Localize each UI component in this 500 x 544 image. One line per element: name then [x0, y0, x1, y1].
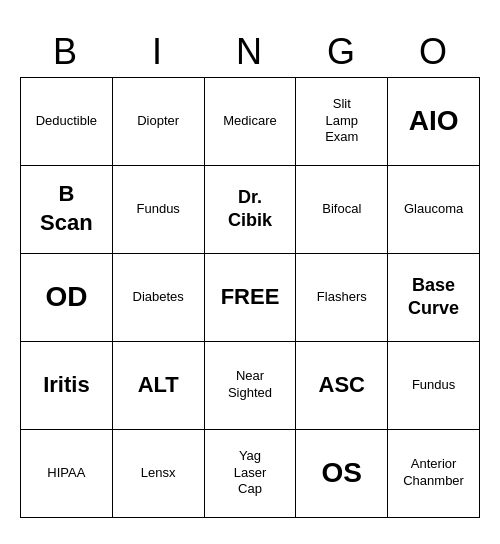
bingo-cell: HIPAA: [21, 430, 113, 518]
header-letter: O: [388, 27, 480, 77]
bingo-grid: DeductibleDiopterMedicareSlit Lamp ExamA…: [20, 77, 480, 518]
bingo-cell: FREE: [205, 254, 297, 342]
cell-text: HIPAA: [47, 465, 85, 482]
bingo-card: BINGO DeductibleDiopterMedicareSlit Lamp…: [20, 27, 480, 518]
bingo-cell: Diopter: [113, 78, 205, 166]
bingo-cell: AIO: [388, 78, 480, 166]
cell-text: ASC: [319, 371, 365, 400]
cell-text: Base Curve: [408, 274, 459, 321]
bingo-cell: Near Sighted: [205, 342, 297, 430]
cell-text: Near Sighted: [228, 368, 272, 402]
header-letter: N: [204, 27, 296, 77]
cell-text: Diabetes: [133, 289, 184, 306]
cell-text: FREE: [221, 283, 280, 312]
bingo-cell: OD: [21, 254, 113, 342]
bingo-cell: Diabetes: [113, 254, 205, 342]
bingo-cell: OS: [296, 430, 388, 518]
bingo-cell: Medicare: [205, 78, 297, 166]
bingo-header: BINGO: [20, 27, 480, 77]
header-letter: G: [296, 27, 388, 77]
cell-text: Fundus: [137, 201, 180, 218]
cell-text: AIO: [409, 103, 459, 139]
bingo-cell: ALT: [113, 342, 205, 430]
bingo-cell: Slit Lamp Exam: [296, 78, 388, 166]
cell-text: Iritis: [43, 371, 89, 400]
bingo-cell: Fundus: [388, 342, 480, 430]
bingo-cell: Anterior Chanmber: [388, 430, 480, 518]
cell-text: Diopter: [137, 113, 179, 130]
cell-text: ALT: [138, 371, 179, 400]
bingo-cell: Dr. Cibik: [205, 166, 297, 254]
cell-text: OS: [322, 455, 362, 491]
cell-text: Slit Lamp Exam: [325, 96, 358, 147]
bingo-cell: Flashers: [296, 254, 388, 342]
bingo-cell: B Scan: [21, 166, 113, 254]
bingo-cell: Fundus: [113, 166, 205, 254]
bingo-cell: Lensx: [113, 430, 205, 518]
cell-text: Bifocal: [322, 201, 361, 218]
cell-text: Dr. Cibik: [228, 186, 272, 233]
bingo-cell: Glaucoma: [388, 166, 480, 254]
cell-text: Flashers: [317, 289, 367, 306]
cell-text: Medicare: [223, 113, 276, 130]
bingo-cell: Bifocal: [296, 166, 388, 254]
bingo-cell: ASC: [296, 342, 388, 430]
cell-text: Fundus: [412, 377, 455, 394]
header-letter: I: [112, 27, 204, 77]
bingo-cell: Iritis: [21, 342, 113, 430]
bingo-cell: Yag Laser Cap: [205, 430, 297, 518]
cell-text: Anterior Chanmber: [403, 456, 464, 490]
cell-text: Lensx: [141, 465, 176, 482]
cell-text: B Scan: [40, 180, 93, 237]
cell-text: OD: [45, 279, 87, 315]
cell-text: Yag Laser Cap: [234, 448, 267, 499]
header-letter: B: [20, 27, 112, 77]
bingo-cell: Deductible: [21, 78, 113, 166]
bingo-cell: Base Curve: [388, 254, 480, 342]
cell-text: Glaucoma: [404, 201, 463, 218]
cell-text: Deductible: [36, 113, 97, 130]
